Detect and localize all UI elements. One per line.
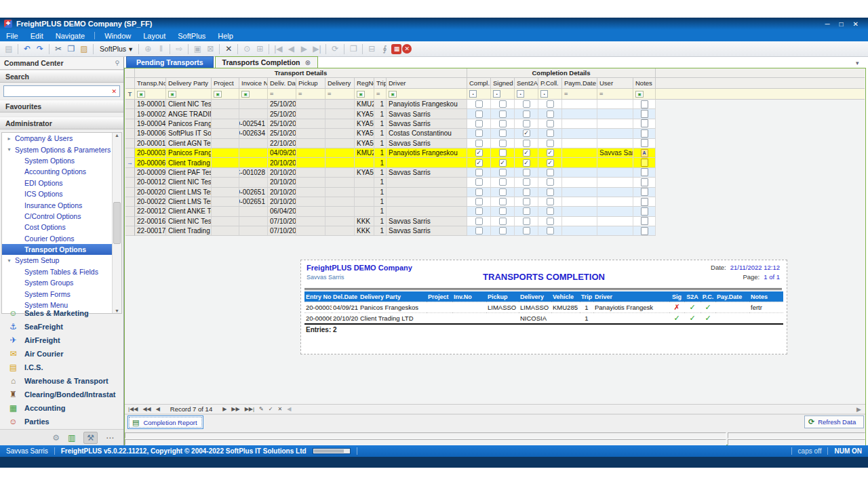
- cell-signed[interactable]: [491, 168, 515, 178]
- cell-delivery_party[interactable]: Client PAF Test: [166, 168, 212, 178]
- cell-notes[interactable]: A: [633, 148, 656, 158]
- menu-layout[interactable]: Layout: [137, 31, 172, 41]
- column-header-pickup[interactable]: Pickup: [296, 78, 326, 89]
- cell-delivery_party[interactable]: Client NIC Test: [166, 100, 212, 109]
- minimize-icon[interactable]: ─: [825, 20, 829, 28]
- pcoll-checkbox[interactable]: [547, 120, 554, 127]
- cell-user[interactable]: [597, 109, 633, 119]
- cell-signed[interactable]: [491, 148, 515, 158]
- sidebar-item-transport-options[interactable]: Transport Options: [2, 244, 121, 255]
- cell-driver[interactable]: Costas Constantinou: [387, 129, 467, 138]
- notes-icon[interactable]: [641, 119, 648, 127]
- cell-invoice_no[interactable]: [239, 217, 268, 226]
- cell-project[interactable]: [212, 109, 239, 119]
- cell-trip[interactable]: 1: [374, 168, 387, 178]
- cell-deliv_date[interactable]: 25/10/2019: [268, 129, 296, 138]
- cell-invoice_no[interactable]: [239, 226, 268, 236]
- column-header-compl[interactable]: Compl.: [467, 78, 491, 89]
- cell-notes[interactable]: [633, 207, 656, 216]
- column-header-trip[interactable]: Trip: [374, 78, 387, 89]
- cell-trip[interactable]: 1: [374, 178, 387, 187]
- tree-scrollbar[interactable]: ▲ ▼: [112, 133, 121, 313]
- cell-deliv_date[interactable]: 25/10/2019: [268, 100, 296, 109]
- menu-navigate[interactable]: Navigate: [50, 31, 91, 41]
- menu-edit[interactable]: Edit: [24, 31, 50, 41]
- archive-icon[interactable]: ▥: [68, 433, 75, 443]
- row-indicator[interactable]: [125, 188, 135, 197]
- cell-user[interactable]: [597, 158, 633, 167]
- column-header-regno[interactable]: RegNo: [355, 78, 374, 89]
- cell-pcoll[interactable]: ✓: [538, 158, 562, 167]
- cell-compl[interactable]: ✓: [467, 158, 491, 167]
- cell-project[interactable]: [212, 168, 239, 178]
- cell-signed[interactable]: [491, 226, 515, 236]
- pcoll-checkbox[interactable]: [547, 110, 554, 118]
- cell-transp_no[interactable]: 22-00012: [135, 207, 166, 216]
- cell-project[interactable]: [212, 217, 239, 226]
- cell-signed[interactable]: [491, 217, 515, 226]
- cell-pickup[interactable]: [296, 207, 326, 216]
- sidebar-item-company-users[interactable]: ▸Company & Users: [2, 133, 121, 144]
- cell-user[interactable]: [597, 119, 633, 129]
- cell-sent2a[interactable]: [515, 178, 538, 187]
- attach-icon[interactable]: ∮: [378, 43, 391, 55]
- pcoll-checkbox[interactable]: [547, 218, 554, 225]
- cell-deliv_date[interactable]: 22/10/2020: [268, 139, 296, 148]
- cell-deliv_date[interactable]: 20/10/2020: [268, 197, 296, 207]
- cell-pickup[interactable]: [296, 139, 326, 148]
- signed-checkbox[interactable]: ✓: [499, 159, 507, 167]
- cell-sent2a[interactable]: ✓: [515, 129, 538, 138]
- cell-regno[interactable]: KYA506: [355, 129, 374, 138]
- filter-cell-16[interactable]: ▣: [633, 89, 656, 100]
- column-header-transp-no[interactable]: Transp.No.: [135, 78, 166, 89]
- tab-list-dropdown-icon[interactable]: ▾: [856, 60, 859, 66]
- row-indicator[interactable]: [125, 168, 135, 178]
- cell-project[interactable]: [212, 226, 239, 236]
- cell-paym-date[interactable]: [562, 158, 597, 167]
- cell-transp_no[interactable]: 19-00004: [135, 119, 166, 129]
- sent2a-checkbox[interactable]: [523, 198, 530, 205]
- cell-transp_no[interactable]: 19-00006: [135, 129, 166, 138]
- maximize-icon[interactable]: □: [840, 20, 844, 28]
- cell-compl[interactable]: [467, 178, 491, 187]
- cell-invoice_no[interactable]: 22D-002651: [239, 197, 268, 207]
- column-header-p-coll[interactable]: P.Coll.: [538, 78, 562, 89]
- cell-regno[interactable]: KKK: [355, 217, 374, 226]
- signed-checkbox[interactable]: [499, 169, 507, 176]
- filter-cell-2[interactable]: ▣: [212, 89, 239, 100]
- cell-pcoll[interactable]: [538, 207, 562, 216]
- filter-cell-1[interactable]: ▣: [166, 89, 212, 100]
- cell-delivery[interactable]: [326, 109, 355, 119]
- cell-project[interactable]: [212, 119, 239, 129]
- cell-delivery[interactable]: [326, 100, 355, 109]
- cell-paym-date[interactable]: [562, 178, 597, 187]
- cell-signed[interactable]: [491, 197, 515, 207]
- nav-next-icon[interactable]: ▶: [222, 406, 226, 412]
- cell-delivery_party[interactable]: SoftPlus IT Solution...: [166, 129, 212, 138]
- cell-driver[interactable]: [387, 178, 467, 187]
- sent2a-checkbox[interactable]: [523, 207, 530, 215]
- calculator-icon[interactable]: ▦: [391, 44, 401, 54]
- cell-sent2a[interactable]: [515, 100, 538, 109]
- cell-notes[interactable]: [633, 100, 656, 109]
- module-seafreight[interactable]: ⚓SeaFreight: [0, 320, 123, 333]
- row-indicator[interactable]: [125, 226, 135, 236]
- column-header-signed[interactable]: Signed: [491, 78, 515, 89]
- module-warehouse-transport[interactable]: ⌂Warehouse & Transport: [0, 374, 123, 388]
- column-header-project[interactable]: Project: [212, 78, 239, 89]
- cell-trip[interactable]: 1: [374, 119, 387, 129]
- pcoll-checkbox[interactable]: [547, 227, 554, 235]
- cell-deliv_date[interactable]: 20/10/2020: [268, 158, 296, 167]
- signed-checkbox[interactable]: [499, 110, 507, 118]
- module-accounting[interactable]: ▦Accounting: [0, 401, 123, 415]
- pcoll-checkbox[interactable]: [547, 188, 554, 196]
- cell-notes[interactable]: [633, 129, 656, 138]
- filter-cell-13[interactable]: ▪: [538, 89, 562, 100]
- cell-trip[interactable]: 1: [374, 100, 387, 109]
- compl-checkbox[interactable]: [475, 120, 483, 127]
- sidebar-item-c-control-options[interactable]: C/Control Options: [2, 211, 121, 222]
- cell-user[interactable]: [597, 168, 633, 178]
- nav-post-icon[interactable]: ✓: [269, 406, 273, 412]
- signed-checkbox[interactable]: [499, 120, 507, 127]
- cell-compl[interactable]: [467, 119, 491, 129]
